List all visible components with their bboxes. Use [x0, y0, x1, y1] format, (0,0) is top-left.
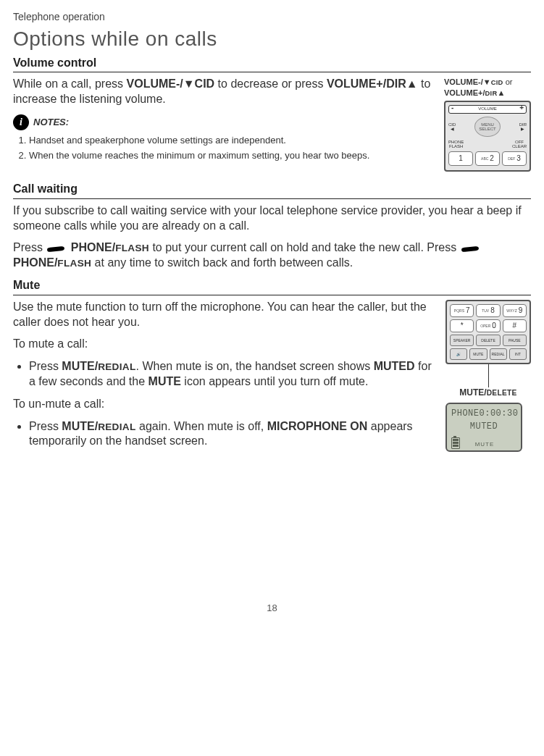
lcd-timer: 0:00:30	[480, 408, 519, 420]
keypad-mute-illustration: PQRS7 TUV8 WXYZ9 * OPER0 # SPEAKER DELET…	[445, 300, 531, 364]
vol-label-down: VOLUME-/▼CID	[444, 77, 503, 86]
lcd-mute-indicator: MUTE	[475, 441, 495, 448]
key-7: PQRS7	[450, 304, 474, 317]
key-speaker: 🔊	[450, 348, 467, 360]
key-redial: REDIAL	[490, 348, 507, 360]
battery-icon	[451, 437, 460, 449]
volume-rocker: VOLUME	[448, 105, 527, 114]
keypad-top-illustration: VOLUME CID◀ MENU SELECT DIR▶ PHONEFLASH …	[444, 101, 531, 172]
key-star: *	[450, 319, 474, 332]
vol-label-or: or	[503, 77, 513, 86]
key-mute: MUTE	[469, 348, 487, 360]
vol-label-up: VOLUME+/DIR▲	[444, 88, 505, 97]
mute-delete-label: MUTE/DELETE	[445, 387, 531, 399]
callwaiting-p1: If you subscribe to call waiting service…	[13, 203, 531, 234]
lcd-phone-text: PHONE	[451, 408, 480, 420]
lcd-muted-text: MUTED	[451, 421, 516, 433]
notes-label: NOTES:	[33, 117, 69, 129]
key-delete-label: DELETE	[476, 335, 500, 346]
callwaiting-p2: Press PHONE/FLASH to put your current ca…	[13, 240, 531, 271]
off-clear-key: OFFCLEAR	[512, 140, 527, 148]
heading-volume-control: Volume control	[13, 56, 531, 73]
volume-illustration: VOLUME-/▼CID or VOLUME+/DIR▲ VOLUME CID◀…	[444, 77, 531, 172]
key-speaker-label: SPEAKER	[450, 335, 474, 346]
menu-select-key: MENU SELECT	[474, 117, 501, 137]
key-8: TUV8	[476, 304, 500, 317]
heading-mute: Mute	[13, 278, 531, 295]
page-title: Options while on calls	[13, 26, 531, 52]
key-0: OPER0	[476, 319, 500, 332]
section-header: Telephone operation	[13, 10, 531, 23]
page-number: 18	[13, 602, 531, 615]
dir-key: DIR▶	[519, 122, 527, 131]
key-int: INT	[509, 348, 527, 360]
key-3: DEF3	[502, 151, 527, 166]
notes-header: i NOTES:	[13, 114, 437, 130]
key-9: WXYZ9	[503, 304, 527, 317]
key-pause-label: PAUSE	[503, 335, 527, 346]
key-2: ABC2	[475, 151, 500, 166]
phone-icon	[460, 244, 482, 253]
phone-icon	[46, 244, 67, 253]
lcd-screen: PHONE 0:00:30 MUTED MUTE	[445, 403, 522, 451]
info-icon: i	[13, 114, 29, 130]
heading-call-waiting: Call waiting	[13, 182, 531, 199]
phone-flash-key: PHONEFLASH	[448, 140, 464, 148]
key-1: 1	[448, 151, 473, 166]
cid-key: CID◀	[448, 122, 456, 131]
key-hash: #	[503, 319, 527, 332]
callout-line	[488, 364, 489, 387]
mute-illustration: PQRS7 TUV8 WXYZ9 * OPER0 # SPEAKER DELET…	[445, 300, 531, 452]
